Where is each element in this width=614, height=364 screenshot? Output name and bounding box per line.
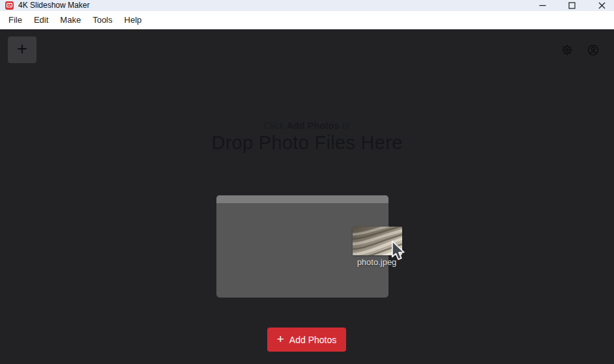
hint-prefix: Click <box>264 120 284 131</box>
add-photos-button[interactable]: + Add Photos <box>267 328 346 352</box>
close-button[interactable] <box>592 0 611 11</box>
menu-file[interactable]: File <box>3 11 28 29</box>
hint-add-photos: Add Photos <box>287 120 340 131</box>
titlebar[interactable]: 4K Slideshow Maker <box>0 0 614 11</box>
menu-edit[interactable]: Edit <box>28 11 54 29</box>
drop-card-header <box>216 195 388 203</box>
menu-help[interactable]: Help <box>119 11 148 29</box>
add-photos-tile-button[interactable]: + <box>8 36 37 63</box>
arrow-cursor-icon <box>390 240 408 261</box>
maximize-icon <box>568 2 576 9</box>
content-area: + Click Ad <box>0 29 614 364</box>
add-photos-label: Add Photos <box>289 335 336 345</box>
plus-icon: + <box>17 40 27 58</box>
plus-icon: + <box>277 333 284 345</box>
empty-state-headline: Drop Photo Files Here <box>0 132 614 154</box>
app-logo-icon <box>5 1 14 10</box>
minimize-button[interactable] <box>533 0 552 11</box>
maximize-button[interactable] <box>562 0 581 11</box>
minimize-icon <box>539 2 546 9</box>
menu-bar: File Edit Make Tools Help <box>0 11 614 29</box>
account-user-icon[interactable] <box>587 44 599 56</box>
menu-make[interactable]: Make <box>54 11 87 29</box>
window-title: 4K Slideshow Maker <box>18 0 89 11</box>
hint-suffix: or <box>342 120 351 131</box>
settings-gear-icon[interactable] <box>561 44 573 56</box>
empty-state-hint: Click Add Photos or <box>0 120 614 131</box>
menu-tools[interactable]: Tools <box>87 11 118 29</box>
close-icon <box>598 2 606 9</box>
